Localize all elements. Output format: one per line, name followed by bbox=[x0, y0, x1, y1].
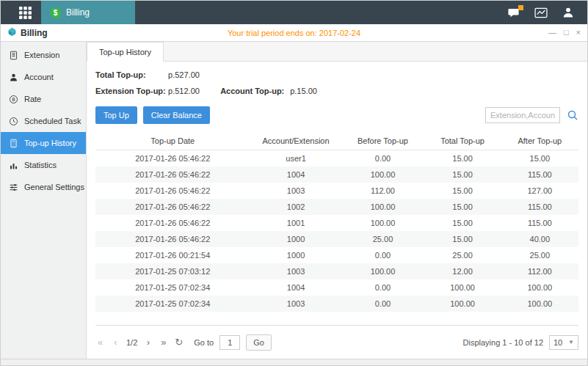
sidebar: Extension Account B Rate Scheduled Task … bbox=[1, 42, 87, 359]
window-title-group: Billing bbox=[7, 27, 48, 39]
resource-monitor-icon[interactable] bbox=[534, 7, 548, 18]
displaying-text: Displaying 1 - 10 of 12 bbox=[463, 338, 543, 347]
messages-icon[interactable] bbox=[507, 7, 520, 18]
account-person-icon bbox=[9, 73, 18, 82]
column-header-before-top-up[interactable]: Before Top-up bbox=[342, 136, 424, 145]
cell-date: 2017-01-26 05:46:22 bbox=[95, 202, 250, 211]
sidebar-item-statistics[interactable]: Statistics bbox=[1, 154, 86, 176]
cell-date: 2017-01-26 05:46:22 bbox=[95, 219, 250, 227]
top-up-button[interactable]: Top Up bbox=[95, 106, 137, 124]
go-button[interactable]: Go bbox=[246, 334, 272, 351]
column-header-account-extension[interactable]: Account/Extension bbox=[250, 136, 342, 145]
top-up-history-table: Top-up Date Account/Extension Before Top… bbox=[87, 131, 587, 312]
cell-after: 100.00 bbox=[501, 299, 578, 308]
cell-before: 100.00 bbox=[342, 202, 424, 211]
column-header-total-top-up[interactable]: Total Top-up bbox=[424, 136, 501, 145]
page-indicator: 1/2 bbox=[126, 338, 137, 347]
cell-total: 15.00 bbox=[424, 219, 501, 227]
cell-total: 15.00 bbox=[424, 186, 501, 195]
user-account-icon[interactable] bbox=[562, 7, 574, 18]
cell-total: 15.00 bbox=[424, 170, 501, 179]
table-row[interactable]: 2017-01-26 05:46:22 1003 112.00 15.00 12… bbox=[95, 183, 578, 199]
extension-top-up-value: p.512.00 bbox=[168, 87, 218, 95]
sidebar-item-general-settings[interactable]: General Settings bbox=[1, 176, 86, 198]
apps-grid-icon[interactable] bbox=[19, 7, 32, 19]
billing-app-window: $ Billing Billing Your trial period ends… bbox=[0, 0, 588, 366]
sidebar-item-label: Account bbox=[24, 73, 54, 81]
first-page-button[interactable]: « bbox=[95, 337, 105, 347]
next-page-button[interactable]: › bbox=[143, 337, 153, 347]
table-row[interactable]: 2017-01-26 05:46:22 user1 0.00 15.00 15.… bbox=[95, 150, 578, 166]
sidebar-item-rate[interactable]: B Rate bbox=[1, 88, 86, 110]
cell-total: 100.00 bbox=[424, 283, 501, 292]
general-settings-sliders-icon bbox=[9, 183, 18, 192]
total-top-up-value: p.527.00 bbox=[168, 70, 200, 79]
extension-top-up-label: Extension Top-up: bbox=[95, 87, 166, 95]
table-row[interactable]: 2017-01-26 00:21:54 1000 0.00 25.00 25.0… bbox=[95, 247, 578, 263]
search-icon[interactable] bbox=[567, 109, 578, 121]
cell-account: 1000 bbox=[250, 235, 342, 244]
total-top-up-row: Total Top-up: p.527.00 bbox=[95, 70, 578, 79]
cell-before: 0.00 bbox=[342, 283, 424, 292]
prev-page-button[interactable]: ‹ bbox=[111, 337, 120, 347]
page-size-value: 10 bbox=[553, 338, 562, 347]
cell-after: 15.00 bbox=[501, 154, 578, 163]
top-up-history-calculator-icon bbox=[9, 139, 18, 148]
sidebar-item-account[interactable]: Account bbox=[1, 66, 86, 88]
total-top-up-label: Total Top-up: bbox=[95, 70, 166, 79]
table-row[interactable]: 2017-01-25 07:03:12 1003 100.00 12.00 11… bbox=[95, 263, 578, 279]
last-page-button[interactable]: » bbox=[159, 337, 168, 347]
billing-dollar-icon: $ bbox=[50, 7, 61, 18]
cell-account: 1003 bbox=[250, 267, 342, 276]
clear-balance-button[interactable]: Clear Balance bbox=[143, 106, 210, 124]
sidebar-item-scheduled-task[interactable]: Scheduled Task bbox=[1, 110, 86, 132]
cell-total: 15.00 bbox=[424, 235, 501, 244]
table-row[interactable]: 2017-01-26 05:46:22 1000 25.00 15.00 40.… bbox=[95, 231, 578, 247]
billing-app-tab[interactable]: $ Billing bbox=[41, 1, 135, 24]
scheduled-task-clock-icon bbox=[9, 117, 18, 126]
sidebar-item-label: Statistics bbox=[24, 161, 57, 169]
sidebar-item-extension[interactable]: Extension bbox=[1, 44, 86, 66]
page-size-select[interactable]: 10 ▼ bbox=[549, 335, 578, 350]
goto-label: Go to bbox=[194, 338, 214, 347]
table-row[interactable]: 2017-01-26 05:46:22 1002 100.00 15.00 11… bbox=[95, 199, 578, 215]
tab-top-up-history[interactable]: Top-up History bbox=[87, 42, 164, 62]
cell-date: 2017-01-26 05:46:22 bbox=[95, 154, 250, 163]
chevron-down-icon: ▼ bbox=[568, 339, 574, 345]
table-header-row: Top-up Date Account/Extension Before Top… bbox=[95, 131, 578, 150]
tab-strip: Top-up History bbox=[87, 42, 587, 62]
table-row[interactable]: 2017-01-25 07:02:34 1003 0.00 100.00 100… bbox=[95, 296, 578, 312]
notification-badge bbox=[518, 5, 523, 10]
close-button[interactable]: × bbox=[576, 29, 581, 37]
sidebar-item-top-up-history[interactable]: Top-up History bbox=[1, 132, 86, 154]
extension-ledger-icon bbox=[9, 51, 18, 60]
maximize-button[interactable]: □ bbox=[564, 29, 569, 37]
cell-after: 115.00 bbox=[501, 170, 578, 179]
cell-account: user1 bbox=[250, 154, 342, 163]
goto-page-input[interactable] bbox=[219, 335, 240, 350]
column-header-after-top-up[interactable]: After Top-up bbox=[501, 136, 578, 145]
search-input[interactable] bbox=[485, 107, 560, 123]
billing-logo-icon bbox=[7, 27, 17, 39]
cell-total: 15.00 bbox=[424, 154, 501, 163]
cell-after: 112.00 bbox=[501, 267, 578, 276]
main-panel: Top-up History Total Top-up: p.527.00 Ex… bbox=[87, 42, 587, 359]
pagination-controls: « ‹ 1/2 › » ↻ Go to Go bbox=[95, 334, 272, 351]
breakdown-row: Extension Top-up: p.512.00 Account Top-u… bbox=[95, 87, 578, 95]
cell-after: 115.00 bbox=[501, 202, 578, 211]
refresh-icon[interactable]: ↻ bbox=[174, 337, 184, 347]
cell-date: 2017-01-26 05:46:22 bbox=[95, 186, 250, 195]
cell-before: 0.00 bbox=[342, 251, 424, 260]
cell-date: 2017-01-26 05:46:22 bbox=[95, 235, 250, 244]
cell-total: 25.00 bbox=[424, 251, 501, 260]
cell-after: 40.00 bbox=[501, 235, 578, 244]
cell-after: 115.00 bbox=[501, 219, 578, 227]
minimize-button[interactable]: — bbox=[548, 29, 556, 37]
sidebar-item-label: Top-up History bbox=[24, 139, 76, 147]
column-header-top-up-date[interactable]: Top-up Date bbox=[95, 136, 250, 145]
table-row[interactable]: 2017-01-25 07:02:34 1004 0.00 100.00 100… bbox=[95, 279, 578, 296]
top-navigation-bar: $ Billing bbox=[1, 1, 587, 24]
table-row[interactable]: 2017-01-26 05:46:22 1001 100.00 15.00 11… bbox=[95, 215, 578, 231]
billing-tab-label: Billing bbox=[66, 7, 90, 18]
table-row[interactable]: 2017-01-26 05:46:22 1004 100.00 15.00 11… bbox=[95, 166, 578, 183]
